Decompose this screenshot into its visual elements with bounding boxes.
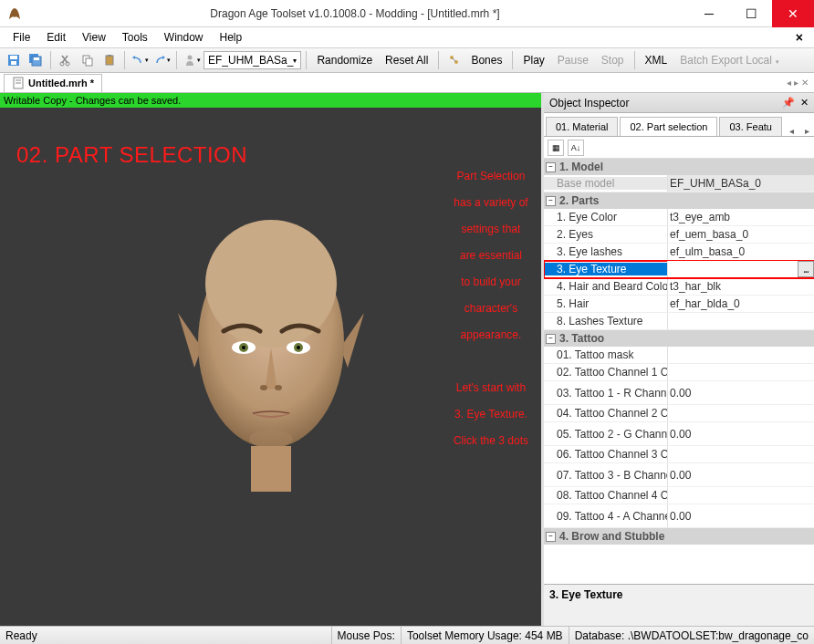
main-toolbar: ▾ ▾ ▾ EF_UHM_BASa_ ▾ Randomize Reset All…	[0, 47, 814, 73]
prop-tattoo-4-a[interactable]: 09. Tattoo 4 - A Channe0.00	[544, 504, 814, 528]
stop-button[interactable]: Stop	[596, 52, 630, 68]
prop-eye-lashes[interactable]: 3. Eye lashesef_ulm_basa_0	[544, 244, 814, 261]
categorize-icon[interactable]: ▦	[548, 140, 564, 156]
svg-rect-5	[34, 57, 39, 60]
bones-button[interactable]: Bones	[465, 52, 507, 68]
pin-icon[interactable]: 📌	[782, 97, 795, 109]
ellipsis-button[interactable]: ...	[798, 261, 814, 277]
prop-eye-color[interactable]: 1. Eye Colort3_eye_amb	[544, 209, 814, 226]
viewport-pane: Writable Copy - Changes can be saved.	[0, 93, 544, 626]
svg-point-28	[275, 385, 282, 390]
prop-eye-texture[interactable]: 3. Eye Texture...	[544, 261, 814, 278]
paste-icon[interactable]	[99, 50, 120, 70]
randomize-button[interactable]: Randomize	[311, 52, 378, 68]
tab-nav-arrows[interactable]: ◂ ▸ ✕	[781, 78, 814, 88]
section-brow-stubble[interactable]: −4. Brow and Stubble	[544, 528, 814, 545]
svg-point-27	[260, 385, 267, 390]
tab-material[interactable]: 01. Material	[546, 117, 618, 136]
prop-tattoo-mask[interactable]: 01. Tattoo mask	[544, 347, 814, 364]
model-base-icon[interactable]: ▾	[182, 50, 202, 70]
svg-rect-30	[251, 446, 291, 492]
document-tab-title: Untitled.mrh *	[28, 78, 94, 88]
base-model-dropdown[interactable]: EF_UHM_BASa_ ▾	[204, 51, 301, 69]
prop-eyes[interactable]: 2. Eyesef_uem_basa_0	[544, 226, 814, 244]
prop-lashes-texture[interactable]: 8. Lashes Texture	[544, 313, 814, 330]
save-all-icon[interactable]	[26, 50, 46, 70]
prop-tattoo-3-b[interactable]: 07. Tattoo 3 - B Channe0.00	[544, 463, 814, 487]
section-parts[interactable]: −2. Parts	[544, 192, 814, 209]
pause-button[interactable]: Pause	[552, 52, 594, 68]
close-button[interactable]: ✕	[772, 0, 814, 27]
inspector-tab-strip: 01. Material 02. Part selection 03. Feat…	[544, 113, 814, 137]
tab-scroll-right[interactable]: ▸	[802, 126, 812, 136]
minimize-button[interactable]: ─	[688, 0, 730, 27]
collapse-icon[interactable]: −	[546, 532, 556, 542]
svg-rect-2	[11, 61, 16, 65]
menu-window[interactable]: Window	[157, 29, 211, 46]
prop-tattoo-1-r[interactable]: 03. Tattoo 1 - R Channe0.00	[544, 381, 814, 405]
svg-rect-10	[106, 56, 113, 65]
svg-point-26	[297, 346, 300, 349]
object-inspector-panel: Object Inspector 📌 ✕ 01. Material 02. Pa…	[544, 93, 814, 626]
xml-button[interactable]: XML	[640, 52, 673, 68]
redo-icon[interactable]: ▾	[151, 50, 172, 70]
collapse-icon[interactable]: −	[546, 334, 556, 344]
prop-hair[interactable]: 5. Hairef_har_blda_0	[544, 296, 814, 313]
prop-hair-beard-color[interactable]: 4. Hair and Beard Colort3_har_blk	[544, 278, 814, 296]
svg-point-25	[242, 346, 245, 349]
collapse-icon[interactable]: −	[546, 196, 556, 206]
prop-tattoo-ch4-color[interactable]: 08. Tattoo Channel 4 C	[544, 487, 814, 504]
content-area: Writable Copy - Changes can be saved.	[0, 93, 814, 626]
cut-icon[interactable]	[56, 50, 76, 70]
menu-bar: File Edit View Tools Window Help ×	[0, 27, 814, 47]
copy-icon[interactable]	[78, 50, 98, 70]
document-tab-strip: Untitled.mrh * ◂ ▸ ✕	[0, 73, 814, 93]
menu-tools[interactable]: Tools	[115, 29, 155, 46]
save-icon[interactable]	[4, 50, 24, 70]
chevron-down-icon: ▾	[293, 57, 297, 65]
property-grid-toolbar: ▦ A↓	[544, 137, 814, 159]
head-model	[171, 211, 371, 503]
maximize-button[interactable]: ☐	[730, 0, 772, 27]
section-tattoo[interactable]: −3. Tattoo	[544, 330, 814, 347]
svg-rect-11	[108, 55, 111, 57]
undo-icon[interactable]: ▾	[130, 50, 150, 70]
inspector-title: Object Inspector	[549, 97, 629, 109]
status-memory: Toolset Memory Usage: 454 MB	[402, 627, 569, 644]
tab-scroll-left[interactable]: ◂	[787, 126, 797, 136]
prop-base-model[interactable]: Base modelEF_UHM_BASa_0	[544, 175, 814, 192]
panel-close-icon[interactable]: ✕	[800, 97, 809, 109]
svg-point-12	[187, 56, 192, 60]
collapse-icon[interactable]: −	[546, 162, 556, 172]
property-grid[interactable]: −1. Model Base modelEF_UHM_BASa_0 −2. Pa…	[544, 159, 814, 584]
prop-tattoo-ch3-color[interactable]: 06. Tattoo Channel 3 C	[544, 446, 814, 463]
svg-point-29	[249, 430, 293, 448]
prop-tattoo-2-g[interactable]: 05. Tattoo 2 - G Channe0.00	[544, 422, 814, 446]
prop-tattoo-ch1-color[interactable]: 02. Tattoo Channel 1 C	[544, 364, 814, 381]
prop-tattoo-ch2-color[interactable]: 04. Tattoo Channel 2 C	[544, 405, 814, 422]
inspector-header[interactable]: Object Inspector 📌 ✕	[544, 93, 814, 113]
annotation-title: 02. PART SELECTION	[16, 142, 247, 168]
status-database: Database: .\BWDATOOLSET:bw_dragonage_co	[569, 627, 814, 644]
play-button[interactable]: Play	[517, 52, 549, 68]
writable-banner: Writable Copy - Changes can be saved.	[0, 93, 541, 108]
tab-features[interactable]: 03. Featu	[719, 117, 781, 136]
mdi-close-icon[interactable]: ×	[790, 30, 809, 45]
document-icon	[12, 77, 25, 89]
tab-part-selection[interactable]: 02. Part selection	[620, 117, 717, 136]
annotation-body: Part Selection has a variety of settings…	[454, 161, 528, 452]
bones-toggle-icon[interactable]	[444, 50, 464, 70]
menu-file[interactable]: File	[5, 29, 37, 46]
menu-help[interactable]: Help	[213, 29, 250, 46]
batch-export-button[interactable]: Batch Export Local ▾	[674, 52, 785, 68]
svg-rect-9	[86, 58, 92, 66]
window-title: Dragon Age Toolset v1.0.1008.0 - Modding…	[22, 7, 688, 20]
reset-all-button[interactable]: Reset All	[380, 52, 433, 68]
menu-edit[interactable]: Edit	[39, 29, 73, 46]
document-tab[interactable]: Untitled.mrh *	[4, 74, 102, 92]
sort-az-icon[interactable]: A↓	[568, 140, 584, 156]
viewport-3d[interactable]: 02. PART SELECTION Part Selection has a …	[0, 108, 541, 626]
section-model[interactable]: −1. Model	[544, 159, 814, 175]
app-icon	[7, 6, 22, 21]
menu-view[interactable]: View	[75, 29, 113, 46]
